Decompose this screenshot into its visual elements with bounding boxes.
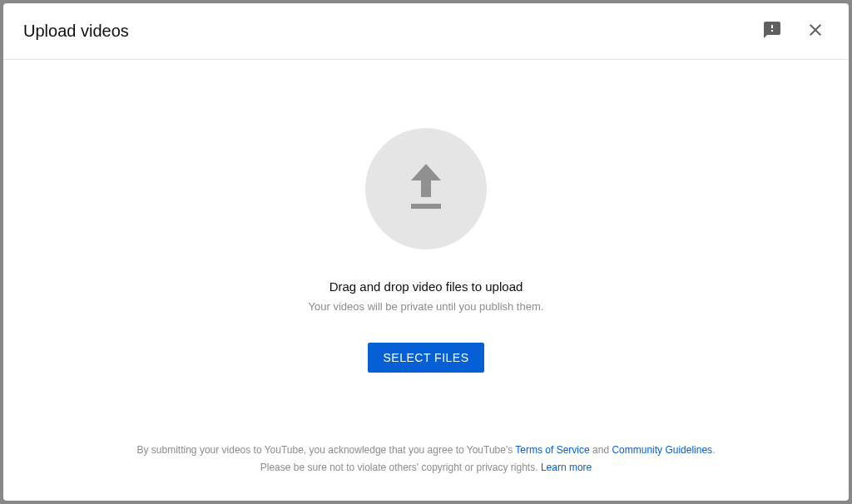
footer-line-1: By submitting your videos to YouTube, yo… (23, 442, 829, 460)
upload-icon (404, 164, 448, 214)
upload-dialog: Upload videos Drag and drop v (3, 3, 849, 501)
header-actions (759, 17, 829, 46)
close-icon (805, 20, 825, 42)
dialog-content: Drag and drop video files to upload Your… (3, 60, 849, 442)
footer-text: By submitting your videos to YouTube, yo… (137, 444, 516, 456)
terms-of-service-link[interactable]: Terms of Service (515, 444, 589, 456)
drag-drop-text: Drag and drop video files to upload (329, 279, 523, 294)
svg-rect-1 (411, 204, 441, 209)
close-button[interactable] (802, 17, 829, 46)
footer-text: . (712, 444, 715, 456)
footer-text: and (590, 444, 612, 456)
svg-marker-0 (411, 164, 441, 197)
footer-text: Please be sure not to violate others' co… (260, 462, 541, 473)
footer-line-2: Please be sure not to violate others' co… (23, 459, 829, 477)
feedback-button[interactable] (759, 17, 785, 46)
select-files-button[interactable]: SELECT FILES (368, 343, 483, 373)
dialog-header: Upload videos (3, 3, 849, 60)
upload-drop-zone[interactable] (365, 128, 487, 250)
community-guidelines-link[interactable]: Community Guidelines (612, 444, 712, 456)
dialog-footer: By submitting your videos to YouTube, yo… (3, 442, 849, 501)
dialog-title: Upload videos (23, 22, 759, 41)
privacy-notice: Your videos will be private until you pu… (309, 300, 544, 313)
learn-more-link[interactable]: Learn more (541, 462, 592, 473)
feedback-icon (762, 20, 782, 42)
